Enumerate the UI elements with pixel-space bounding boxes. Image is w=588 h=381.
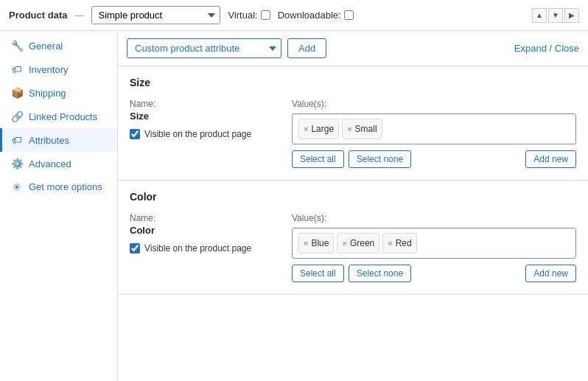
- color-section-title: Color: [130, 191, 576, 203]
- size-section-title: Size: [130, 77, 576, 88]
- color-select-none-button[interactable]: Select none: [349, 265, 411, 282]
- tag-green: × Green: [337, 233, 379, 254]
- sidebar-label-shipping: Shipping: [29, 88, 66, 99]
- size-name-col: Name: Size Visible on the product page: [130, 99, 277, 168]
- virtual-checkbox[interactable]: [261, 10, 270, 20]
- color-actions: Select all Select none Add new: [292, 265, 576, 282]
- main-layout: 🔧 General 🏷 Inventory 📦 Shipping 🔗 Linke…: [0, 31, 588, 381]
- color-visible-label: Visible on the product page: [144, 243, 251, 254]
- tag-red: × Red: [382, 233, 416, 254]
- size-values-label: Value(s):: [292, 99, 576, 109]
- sidebar-label-advanced: Advanced: [29, 158, 71, 169]
- sidebar-label-get-more: Get more options: [29, 181, 102, 192]
- tag-blue: × Blue: [298, 233, 334, 254]
- sidebar-item-general[interactable]: 🔧 General: [0, 34, 117, 57]
- size-select-none-button[interactable]: Select none: [349, 150, 411, 168]
- nav-down-button[interactable]: ▼: [548, 8, 563, 23]
- attributes-icon: 🏷: [11, 134, 23, 146]
- tag-red-remove[interactable]: ×: [388, 239, 392, 248]
- size-tags-box[interactable]: × Large × Small: [292, 113, 576, 144]
- size-attr-row: Name: Size Visible on the product page V…: [130, 99, 576, 168]
- size-visible-row: Visible on the product page: [130, 129, 277, 139]
- content-area: Custom product attribute Add Expand / Cl…: [118, 31, 588, 381]
- size-add-new-button[interactable]: Add new: [525, 150, 576, 168]
- sidebar-label-general: General: [29, 41, 63, 52]
- sidebar-item-get-more[interactable]: ✳ Get more options: [0, 175, 117, 199]
- tag-large-remove[interactable]: ×: [304, 125, 308, 133]
- size-values-col: Value(s): × Large × Small Select all: [292, 99, 576, 168]
- expand-close-link[interactable]: Expand / Close: [514, 43, 579, 54]
- size-select-all-button[interactable]: Select all: [292, 150, 344, 168]
- sidebar-item-shipping[interactable]: 📦 Shipping: [0, 81, 117, 105]
- nav-arrows: ▲ ▼ ▶: [532, 8, 579, 23]
- size-name-value: Size: [130, 111, 277, 122]
- product-data-label: Product data: [9, 10, 67, 21]
- sidebar-item-inventory[interactable]: 🏷 Inventory: [0, 57, 117, 81]
- tag-large: × Large: [298, 119, 339, 139]
- sidebar: 🔧 General 🏷 Inventory 📦 Shipping 🔗 Linke…: [0, 31, 118, 381]
- size-visible-label: Visible on the product page: [144, 129, 251, 139]
- get-more-icon: ✳: [11, 181, 23, 193]
- color-attr-row: Name: Color Visible on the product page …: [130, 213, 576, 282]
- downloadable-label: Downloadable:: [278, 10, 354, 21]
- sidebar-item-advanced[interactable]: ⚙️ Advanced: [0, 152, 117, 175]
- color-values-col: Value(s): × Blue × Green × Red: [292, 213, 576, 282]
- advanced-icon: ⚙️: [11, 158, 23, 169]
- color-name-col: Name: Color Visible on the product page: [130, 213, 277, 282]
- nav-up-button[interactable]: ▲: [532, 8, 547, 23]
- color-values-label: Value(s):: [292, 213, 576, 223]
- tag-blue-remove[interactable]: ×: [304, 239, 308, 248]
- color-select-all-button[interactable]: Select all: [292, 265, 344, 282]
- sidebar-label-inventory: Inventory: [29, 64, 68, 75]
- downloadable-checkbox[interactable]: [344, 10, 354, 20]
- product-data-header: Product data — Simple product Variable p…: [0, 0, 588, 31]
- color-tags-box[interactable]: × Blue × Green × Red: [292, 228, 576, 259]
- color-name-label: Name:: [130, 213, 277, 223]
- color-visible-checkbox[interactable]: [130, 243, 140, 254]
- color-visible-row: Visible on the product page: [130, 243, 277, 254]
- color-add-new-button[interactable]: Add new: [525, 265, 576, 282]
- virtual-label: Virtual:: [228, 10, 270, 21]
- sidebar-item-linked-products[interactable]: 🔗 Linked Products: [0, 105, 117, 128]
- color-section: Color Name: Color Visible on the product…: [118, 181, 588, 295]
- size-section: Size Name: Size Visible on the product p…: [118, 66, 588, 181]
- tag-small: × Small: [342, 119, 382, 139]
- attribute-dropdown[interactable]: Custom product attribute: [127, 38, 281, 58]
- nav-expand-button[interactable]: ▶: [564, 8, 579, 23]
- size-actions: Select all Select none Add new: [292, 150, 576, 168]
- product-type-select[interactable]: Simple product Variable product Grouped …: [91, 6, 220, 24]
- sidebar-label-attributes: Attributes: [29, 135, 69, 146]
- attr-selector-bar: Custom product attribute Add Expand / Cl…: [118, 31, 588, 66]
- inventory-icon: 🏷: [11, 63, 23, 75]
- size-visible-checkbox[interactable]: [130, 129, 140, 139]
- tag-green-remove[interactable]: ×: [342, 239, 346, 248]
- product-data-dash: —: [74, 10, 84, 21]
- linked-products-icon: 🔗: [11, 111, 23, 122]
- size-name-label: Name:: [130, 99, 277, 109]
- general-icon: 🔧: [11, 40, 23, 52]
- sidebar-item-attributes[interactable]: 🏷 Attributes: [0, 128, 117, 152]
- color-name-value: Color: [130, 225, 277, 236]
- tag-small-remove[interactable]: ×: [347, 125, 351, 133]
- shipping-icon: 📦: [11, 87, 23, 99]
- add-attribute-button[interactable]: Add: [287, 38, 326, 58]
- sidebar-label-linked-products: Linked Products: [29, 111, 97, 122]
